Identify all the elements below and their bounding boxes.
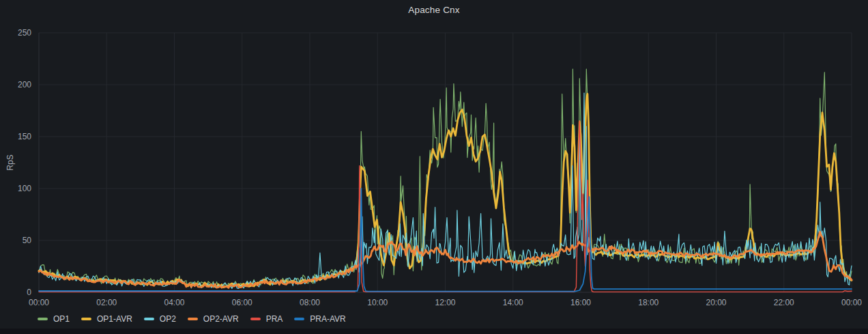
legend-label: OP2-AVR xyxy=(203,313,239,325)
legend-swatch-icon xyxy=(144,318,154,320)
time-series-chart[interactable] xyxy=(0,0,868,329)
legend-item-op2-avr[interactable]: OP2-AVR xyxy=(188,313,239,325)
legend-label: OP2 xyxy=(160,313,176,325)
legend-swatch-icon xyxy=(188,318,198,320)
legend-label: OP1 xyxy=(53,313,70,325)
legend-item-pra[interactable]: PRA xyxy=(250,313,283,325)
legend-item-op1[interactable]: OP1 xyxy=(38,313,70,325)
legend-item-pra-avr[interactable]: PRA-AVR xyxy=(294,313,345,325)
apache-cnx-panel: Apache Cnx RpS 050100150200250 00:0002:0… xyxy=(0,0,868,329)
legend-item-op2[interactable]: OP2 xyxy=(144,313,176,325)
legend-label: PRA-AVR xyxy=(310,313,345,325)
legend-swatch-icon xyxy=(294,318,304,320)
legend-item-op1-avr[interactable]: OP1-AVR xyxy=(81,313,132,325)
legend-swatch-icon xyxy=(38,318,48,320)
grafana-dashboard: Apache Cnx RpS 050100150200250 00:0002:0… xyxy=(0,0,868,334)
legend-swatch-icon xyxy=(81,318,91,320)
legend: OP1OP1-AVROP2OP2-AVRPRAPRA-AVR xyxy=(38,313,346,325)
legend-label: OP1-AVR xyxy=(97,313,132,325)
legend-label: PRA xyxy=(266,313,283,325)
legend-swatch-icon xyxy=(250,318,261,320)
